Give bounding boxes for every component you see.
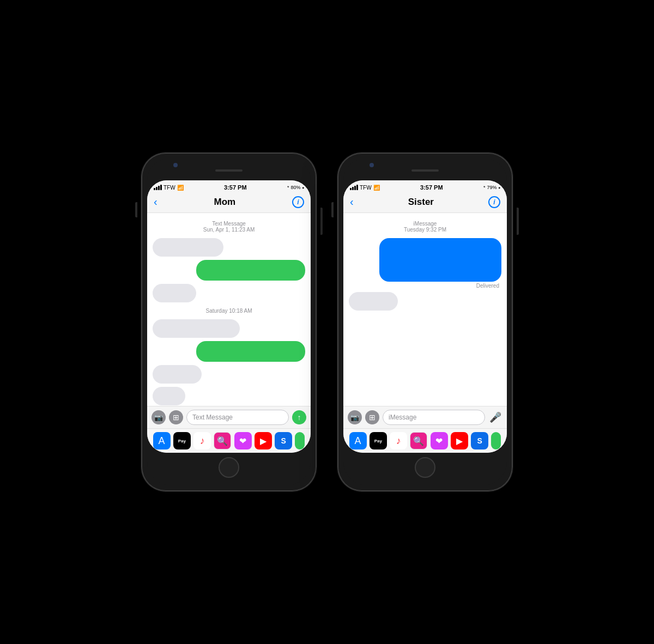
bar2 <box>156 187 158 190</box>
timestamp-1-mom: Text MessageSun, Apr 1, 11:23 AM <box>153 221 305 233</box>
sent-bubble-1 <box>196 260 305 281</box>
carrier-sister: TFW <box>360 185 372 191</box>
camera-icon-sister[interactable]: 📷 <box>348 410 362 424</box>
dock-search-mom[interactable]: 🔍 <box>214 432 231 449</box>
phone-top-mom <box>147 159 311 180</box>
dock-applepay-mom[interactable]: Pay <box>173 432 191 449</box>
phone-sister: TFW 📶 3:57 PM * 79% ▪ ‹ Sister i <box>338 153 512 491</box>
messages-area-mom[interactable]: Text MessageSun, Apr 1, 11:23 AM Saturda… <box>147 213 311 406</box>
messages-area-sister[interactable]: iMessageTuesday 9:32 PM Delivered <box>343 213 507 406</box>
signal-bars-mom <box>154 185 162 190</box>
message-input-mom[interactable]: Text Message <box>186 410 289 425</box>
bar3s <box>354 186 356 190</box>
dock-shazam-sister[interactable]: S <box>471 432 488 449</box>
send-button-mom[interactable]: ↑ <box>292 410 306 424</box>
bubble-row-sent-s1: Delivered <box>349 238 501 289</box>
message-input-sister[interactable]: iMessage <box>383 410 485 425</box>
search-icon-sister: 🔍 <box>413 436 424 446</box>
battery-mom: 80% <box>290 185 300 190</box>
home-button-mom[interactable] <box>219 457 239 478</box>
bluetooth-icon-mom: * <box>287 185 289 190</box>
sent-bubble-2 <box>196 341 305 362</box>
nav-bar-sister: ‹ Sister i <box>343 192 507 213</box>
input-bar-sister: 📷 ⊞ iMessage 🎤 <box>343 406 507 428</box>
mic-button-sister[interactable]: 🎤 <box>488 410 502 424</box>
phone-bottom-mom <box>147 453 311 485</box>
bar1s <box>350 188 352 190</box>
wifi-icon-sister: 📶 <box>373 185 380 191</box>
back-button-sister[interactable]: ‹ <box>350 196 354 208</box>
send-arrow-icon-mom: ↑ <box>298 413 301 422</box>
shazam-icon-mom: S <box>281 436 286 445</box>
scene: TFW 📶 3:57 PM * 80% ▪ ‹ Mom i <box>120 131 534 513</box>
received-bubble-3 <box>153 319 240 338</box>
info-icon-sister: i <box>493 198 495 206</box>
dock-podcast-mom[interactable]: ❤ <box>234 432 252 449</box>
bubble-row-received-4 <box>153 365 305 384</box>
phone-inner-mom: TFW 📶 3:57 PM * 80% ▪ ‹ Mom i <box>147 180 311 453</box>
dock-mom: A Pay ♪ 🔍 ❤ ▶ S <box>147 428 311 453</box>
bubble-row-received-3 <box>153 319 305 338</box>
bar4s <box>356 185 358 190</box>
signal-bars-sister <box>350 185 358 190</box>
bubble-row-received-5 <box>153 387 305 405</box>
bubble-row-sent-2 <box>153 341 305 362</box>
dock-music-mom[interactable]: ♪ <box>193 432 211 449</box>
dock-youtube-mom[interactable]: ▶ <box>255 432 272 449</box>
input-placeholder-mom: Text Message <box>192 414 233 421</box>
received-bubble-4 <box>153 365 202 384</box>
dock-applepay-sister[interactable]: Pay <box>370 432 387 449</box>
bubble-row-received-s1 <box>349 292 501 311</box>
dock-appstore-sister[interactable]: A <box>349 432 367 449</box>
delivered-text: Delivered <box>476 283 501 289</box>
sent-bubble-s1 <box>379 238 501 282</box>
dock-appstore-mom[interactable]: A <box>153 432 171 449</box>
battery-bar-sister: ▪ <box>498 185 500 191</box>
info-button-mom[interactable]: i <box>292 196 304 208</box>
back-button-mom[interactable]: ‹ <box>154 196 158 208</box>
dock-music-sister[interactable]: ♪ <box>390 432 407 449</box>
camera-mom <box>173 163 178 167</box>
dock-shazam-mom[interactable]: S <box>275 432 292 449</box>
appstore-icon-sister: A <box>355 435 361 447</box>
youtube-icon-mom: ▶ <box>260 436 267 446</box>
bubble-row-sent-1 <box>153 260 305 281</box>
music-icon-sister: ♪ <box>396 435 401 447</box>
status-left-sister: TFW 📶 <box>350 185 380 191</box>
music-icon-mom: ♪ <box>200 435 205 447</box>
speaker-mom <box>215 169 243 172</box>
dock-youtube-sister[interactable]: ▶ <box>451 432 468 449</box>
input-bar-mom: 📷 ⊞ Text Message ↑ <box>147 406 311 428</box>
dock-extra-sister[interactable] <box>491 432 501 449</box>
timestamp-1-sister: iMessageTuesday 9:32 PM <box>349 221 501 233</box>
applepay-icon-sister: Pay <box>374 439 382 443</box>
info-button-sister[interactable]: i <box>488 196 500 208</box>
info-icon-mom: i <box>297 198 299 206</box>
apps-icon-sister[interactable]: ⊞ <box>365 410 379 424</box>
bubble-row-received-2 <box>153 284 305 302</box>
camera-icon-mom[interactable]: 📷 <box>152 410 166 424</box>
search-icon-mom: 🔍 <box>217 436 228 446</box>
bar4 <box>160 185 162 190</box>
dock-search-sister[interactable]: 🔍 <box>410 432 427 449</box>
received-bubble-1 <box>153 238 223 257</box>
youtube-icon-sister: ▶ <box>456 436 463 446</box>
home-button-sister[interactable] <box>415 457 435 478</box>
phone-bottom-sister <box>343 453 507 485</box>
dock-podcast-sister[interactable]: ❤ <box>431 432 448 449</box>
bluetooth-icon-sister: * <box>483 185 486 190</box>
apps-icon-mom[interactable]: ⊞ <box>169 410 183 424</box>
input-placeholder-sister: iMessage <box>389 414 416 421</box>
appstore-icon-mom: A <box>159 435 165 447</box>
status-right-sister: * 79% ▪ <box>483 185 500 191</box>
bar2s <box>352 187 354 190</box>
phone-mom: TFW 📶 3:57 PM * 80% ▪ ‹ Mom i <box>142 153 316 491</box>
phone-inner-sister: TFW 📶 3:57 PM * 79% ▪ ‹ Sister i <box>343 180 507 453</box>
phone-top-sister <box>343 159 507 180</box>
time-sister: 3:57 PM <box>420 184 443 191</box>
dock-extra-mom[interactable] <box>295 432 305 449</box>
status-left-mom: TFW 📶 <box>154 185 184 191</box>
bubble-row-received-1 <box>153 238 305 257</box>
mic-icon-sister: 🎤 <box>489 411 501 423</box>
podcast-icon-mom: ❤ <box>239 436 246 446</box>
